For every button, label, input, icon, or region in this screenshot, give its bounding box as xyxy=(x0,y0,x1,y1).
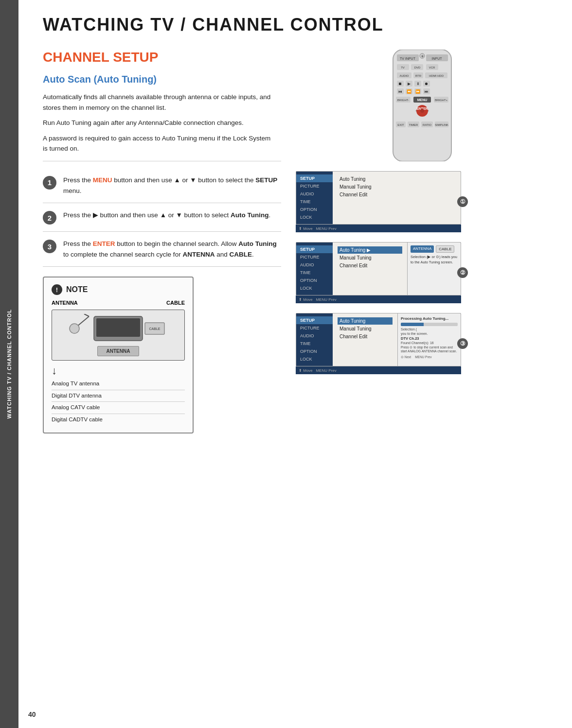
screen-number-2: ② xyxy=(457,267,468,278)
svg-text:BTR: BTR xyxy=(415,74,422,77)
dtv-ch: DTV Ch.23 xyxy=(401,336,458,341)
menu-item-lock-2: LOCK xyxy=(296,284,333,292)
menu-screen-2: SETUP PICTURE AUDIO TIME OPTION LOCK Aut… xyxy=(296,242,461,295)
svg-text:⏸: ⏸ xyxy=(416,82,420,86)
svg-text:BRIGHT+: BRIGHT+ xyxy=(435,99,448,102)
page-header: WATCHING TV / CHANNEL CONTROL xyxy=(43,15,553,35)
setup-key: SETUP xyxy=(255,176,277,184)
svg-text:AUDIO: AUDIO xyxy=(399,74,409,77)
processing-panel: Processing Auto Tuning... Selection ( yo… xyxy=(397,313,461,366)
menu-item-setup-3: SETUP xyxy=(296,316,333,324)
svg-text:⏻: ⏻ xyxy=(421,54,424,57)
svg-text:VCR: VCR xyxy=(429,66,435,69)
menu-option-autotuning-3: Auto Tuning xyxy=(338,317,393,325)
step-2-text: Press the ▶ button and then use ▲ or ▼ b… xyxy=(63,210,270,221)
right-column: TV INPUT ⏻ INPUT TV DVD VCR AUDIO xyxy=(296,50,461,433)
cable-list-item-3: Analog CATV cable xyxy=(52,402,185,414)
note-icon: ! xyxy=(52,284,62,295)
svg-text:▶: ▶ xyxy=(408,82,411,86)
arrow-down: ↓ xyxy=(52,364,185,377)
svg-point-59 xyxy=(420,109,424,113)
step-2: 2 Press the ▶ button and then use ▲ or ▼… xyxy=(43,203,281,232)
menu-option-autotuning-1: Auto Tuning xyxy=(338,175,456,183)
antenna-option: ANTENNA xyxy=(411,245,434,253)
menu-item-picture-1: PICTURE xyxy=(296,182,333,190)
svg-text:CABLE: CABLE xyxy=(149,327,161,330)
left-column: CHANNEL SETUP Auto Scan (Auto Tuning) Au… xyxy=(43,50,281,433)
menu-right-3: Auto Tuning Manual Tuning Channel Edit xyxy=(333,313,397,366)
menu-item-option-2: OPTION xyxy=(296,277,333,284)
you-to-label: you to the screen. xyxy=(401,332,458,335)
intro-para-2: Run Auto Tuning again after any Antenna/… xyxy=(43,118,276,128)
menu-left-2: SETUP PICTURE AUDIO TIME OPTION LOCK xyxy=(296,243,333,295)
cable-labels: ANTENNA CABLE xyxy=(52,300,185,306)
svg-text:⏪: ⏪ xyxy=(407,89,411,94)
intro-para-3: A password is required to gain access to… xyxy=(43,133,276,154)
menu-option-autotuning-2: Auto Tuning ▶ xyxy=(338,246,402,254)
menu-option-manual-1: Manual Tuning xyxy=(338,183,456,191)
cable-option: CABLE xyxy=(436,245,454,253)
menu-item-setup-1: SETUP xyxy=(296,174,333,182)
antenna-inner: ANTENNA xyxy=(97,346,140,356)
menu-footer-1: ⬆ Move MENU Prev xyxy=(296,225,461,232)
menu-footer-text-2: ⬆ Move MENU Prev xyxy=(299,297,337,302)
menu-item-option-3: OPTION xyxy=(296,347,333,355)
menu-option-channel-1: Channel Edit xyxy=(338,191,456,198)
menu-footer-text-1: ⬆ Move MENU Prev xyxy=(299,226,337,231)
screen-1-container: SETUP PICTURE AUDIO TIME OPTION LOCK Aut… xyxy=(296,171,461,232)
menu-item-time-3: TIME xyxy=(296,340,333,347)
selection-label-3: Selection ( xyxy=(401,328,458,331)
screen-number-3: ③ xyxy=(457,338,468,349)
svg-point-4 xyxy=(70,324,79,333)
divider-top xyxy=(43,161,281,161)
menu-right-2: Auto Tuning ▶ Manual Tuning Channel Edit xyxy=(333,243,407,295)
screen-2-container: SETUP PICTURE AUDIO TIME OPTION LOCK Aut… xyxy=(296,242,461,303)
selection-desc-2: Selection (▶ or ⊙) leads you to the Auto… xyxy=(411,255,458,265)
menu-item-time-2: TIME xyxy=(296,269,333,277)
svg-text:⏺: ⏺ xyxy=(425,82,429,86)
menu-left-1: SETUP PICTURE AUDIO TIME OPTION LOCK xyxy=(296,172,333,224)
menu-screen-1: SETUP PICTURE AUDIO TIME OPTION LOCK Aut… xyxy=(296,171,461,225)
menu-item-lock-3: LOCK xyxy=(296,355,333,363)
svg-text:⏹: ⏹ xyxy=(398,82,402,86)
auto-tuning-key-2: Auto Tuning xyxy=(238,240,276,247)
antenna-key: ANTENNA xyxy=(182,251,214,258)
intro-para-1: Automatically finds all channels availab… xyxy=(43,92,276,113)
menu-item-option-1: OPTION xyxy=(296,206,333,213)
svg-text:TIMER: TIMER xyxy=(409,123,418,126)
sidebar-label: WATCHING TV / CHANNEL CONTROL xyxy=(6,309,12,418)
cable-key: CABLE xyxy=(229,251,252,258)
note-title: NOTE xyxy=(66,285,88,294)
menu-item-audio-3: AUDIO xyxy=(296,332,333,340)
svg-rect-1 xyxy=(96,318,140,337)
svg-text:TV INPUT: TV INPUT xyxy=(400,57,416,60)
menu-item-audio-1: AUDIO xyxy=(296,190,333,198)
page-number: 40 xyxy=(28,711,36,718)
step-1-circle: 1 xyxy=(43,176,56,190)
remote-container: TV INPUT ⏻ INPUT TV DVD VCR AUDIO xyxy=(296,50,461,161)
menu-option-manual-3: Manual Tuning xyxy=(338,325,393,332)
cable-list: Analog TV antenna Digital DTV antenna An… xyxy=(52,378,185,425)
menu-footer-3: ⬆ Move MENU Prev xyxy=(296,366,461,374)
remote-svg: TV INPUT ⏻ INPUT TV DVD VCR AUDIO xyxy=(383,50,461,161)
screen-3-container: SETUP PICTURE AUDIO TIME OPTION LOCK Aut… xyxy=(296,313,461,374)
menu-option-manual-2: Manual Tuning xyxy=(338,254,402,261)
enter-key: ENTER xyxy=(93,240,115,247)
svg-text:DVD: DVD xyxy=(414,66,421,69)
auto-tuning-key: Auto Tuning xyxy=(231,211,268,219)
cable-list-item-4: Digital CADTV cable xyxy=(52,414,185,426)
screen-number-1: ① xyxy=(457,196,468,207)
svg-text:⏭: ⏭ xyxy=(425,89,429,94)
step-1-text: Press the MENU button and then use ▲ or … xyxy=(63,175,281,196)
menu-left-3: SETUP PICTURE AUDIO TIME OPTION LOCK xyxy=(296,313,333,366)
menu-option-channel-2: Channel Edit xyxy=(338,262,402,269)
menu-screen-3: SETUP PICTURE AUDIO TIME OPTION LOCK Aut… xyxy=(296,313,461,366)
note-header: ! NOTE xyxy=(52,284,185,295)
cable-list-item-2: Digital DTV antenna xyxy=(52,390,185,402)
main-content: WATCHING TV / CHANNEL CONTROL CHANNEL SE… xyxy=(18,0,572,453)
svg-text:TV: TV xyxy=(401,66,405,69)
menu-option-channel-3: Channel Edit xyxy=(338,333,393,340)
menu-item-time-1: TIME xyxy=(296,198,333,206)
menu-right-1: Auto Tuning Manual Tuning Channel Edit xyxy=(333,172,461,224)
progress-bar-inner xyxy=(401,323,424,326)
